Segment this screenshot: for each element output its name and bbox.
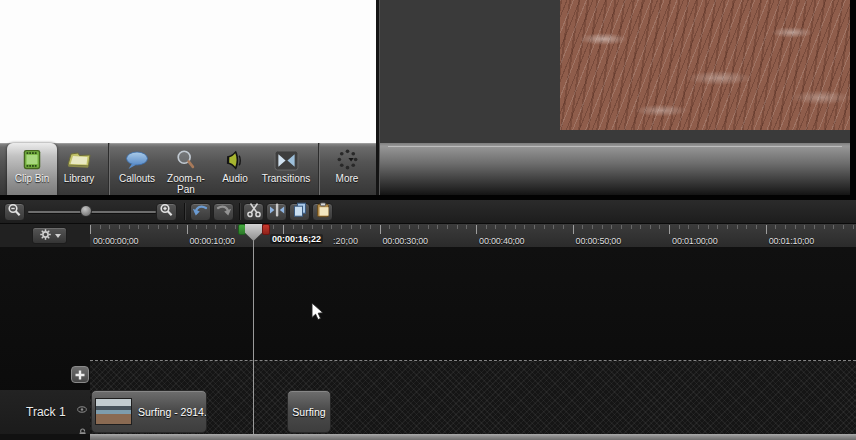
ruler-tick	[524, 225, 525, 229]
undo-button[interactable]	[190, 203, 211, 221]
ruler-tick	[428, 225, 429, 229]
redo-button[interactable]	[213, 203, 234, 221]
zoom-in-button[interactable]	[156, 203, 177, 221]
ruler-tick	[775, 225, 776, 229]
tab-label: Zoom-n-Pan	[162, 171, 210, 195]
ruler-tick	[399, 225, 400, 229]
ruler-tick	[737, 225, 738, 229]
mouse-cursor	[311, 302, 324, 325]
ruler-tick	[631, 225, 632, 229]
selection-in-marker[interactable]	[238, 224, 246, 235]
ruler-tick	[824, 225, 825, 229]
ruler-tick	[235, 225, 236, 229]
ruler-tick	[505, 225, 506, 229]
ruler-tick	[129, 225, 130, 229]
ruler-tick	[766, 225, 767, 234]
tab-label: More	[320, 171, 374, 184]
ruler-tick	[611, 225, 612, 229]
ruler-tick	[515, 225, 516, 229]
ruler-tick	[853, 225, 854, 229]
ruler-tick	[476, 225, 477, 234]
clip-label: Surfing - 2914.m	[138, 406, 207, 418]
ruler-time-label: 00:00:10;00	[190, 236, 235, 246]
paste-button[interactable]	[312, 203, 333, 221]
tab-transitions[interactable]: Transitions	[257, 143, 315, 195]
task-tabs-bar: Clip BinLibraryCalloutsZoom-n-PanAudioTr…	[0, 143, 377, 195]
more-icon	[320, 143, 374, 171]
redo-arrow-icon	[215, 203, 232, 222]
zoom-n-pan-icon	[162, 143, 210, 171]
timeline-clip[interactable]: Surfing - 2914.m	[91, 390, 207, 433]
tab-label: Transitions	[257, 171, 315, 184]
ruler-tick	[688, 225, 689, 229]
track-area-dashed-divider	[90, 360, 856, 361]
playhead-time-label: 00:00:16;22	[270, 234, 323, 244]
ruler-tick	[679, 225, 680, 229]
tab-callouts[interactable]: Callouts	[111, 143, 163, 195]
ruler-tick	[447, 225, 448, 229]
tab-audio[interactable]: Audio	[212, 143, 258, 195]
chevron-down-icon	[55, 234, 61, 238]
clip-thumbnail	[95, 398, 132, 425]
ruler-tick	[746, 225, 747, 229]
zoom-slider-handle[interactable]	[80, 205, 92, 217]
ruler-tick	[312, 225, 313, 229]
timeline-scrollbar[interactable]	[90, 434, 856, 440]
ruler-tick	[331, 225, 332, 229]
ruler-tick	[785, 225, 786, 229]
plus-icon	[75, 366, 85, 384]
timeline-clip[interactable]: Surfing	[287, 390, 331, 433]
ruler-tick	[196, 225, 197, 229]
ruler-tick	[544, 225, 545, 229]
callout-icon	[111, 143, 163, 171]
ruler-tick	[119, 225, 120, 229]
ruler-tick	[100, 225, 101, 229]
ruler-tick	[669, 225, 670, 234]
ruler-tick	[273, 225, 274, 229]
tab-label: Library	[56, 171, 102, 184]
timeline-settings-button[interactable]	[32, 227, 67, 244]
ruler-tick	[215, 225, 216, 229]
ruler-tick	[418, 225, 419, 229]
split-button[interactable]	[266, 203, 287, 221]
tab-library[interactable]: Library	[56, 143, 102, 195]
ruler-tick	[148, 225, 149, 229]
zoom-slider-track[interactable]	[28, 211, 156, 213]
ruler-tick	[534, 225, 535, 229]
tab-more[interactable]: More	[320, 143, 374, 195]
ruler-tick	[553, 225, 554, 229]
add-track-button[interactable]	[71, 366, 89, 383]
eye-icon[interactable]	[77, 399, 87, 417]
tab-clip-bin[interactable]: Clip Bin	[7, 143, 57, 195]
ruler-tick	[640, 225, 641, 229]
ruler-tick	[167, 225, 168, 229]
clip-label: Surfing	[292, 406, 325, 418]
ruler-tick	[206, 225, 207, 229]
cut-button[interactable]	[243, 203, 264, 221]
ruler-tick	[708, 225, 709, 229]
ruler-tick	[341, 225, 342, 229]
ruler-tick	[495, 225, 496, 229]
clip-bin-content-panel	[0, 0, 377, 143]
timeline-header: 00:00:00;0000:00:10;0000:00:30;0000:00:4…	[0, 223, 856, 247]
tab-zoom-n-pan[interactable]: Zoom-n-Pan	[162, 143, 210, 195]
preview-video-frame	[560, 0, 850, 130]
ruler-tick	[437, 225, 438, 229]
zoom-out-button[interactable]	[4, 203, 25, 221]
ruler-tick	[756, 225, 757, 229]
timeline-ruler[interactable]: 00:00:00;0000:00:10;0000:00:30;0000:00:4…	[90, 224, 856, 248]
track-header[interactable]: Track 1	[0, 390, 90, 434]
ruler-tick	[592, 225, 593, 229]
ruler-time-label: 00:01:00;00	[672, 236, 717, 246]
ruler-tick	[795, 225, 796, 229]
ruler-tick	[90, 225, 91, 234]
playhead-line	[253, 240, 254, 434]
split-icon	[269, 202, 285, 222]
ruler-partial-label: :20;00	[333, 236, 358, 246]
selection-out-marker[interactable]	[262, 224, 270, 235]
track-name-label: Track 1	[26, 405, 66, 419]
ruler-tick	[727, 225, 728, 229]
bottom-left-corner	[0, 434, 90, 440]
copy-button[interactable]	[289, 203, 310, 221]
ruler-tick	[804, 225, 805, 229]
